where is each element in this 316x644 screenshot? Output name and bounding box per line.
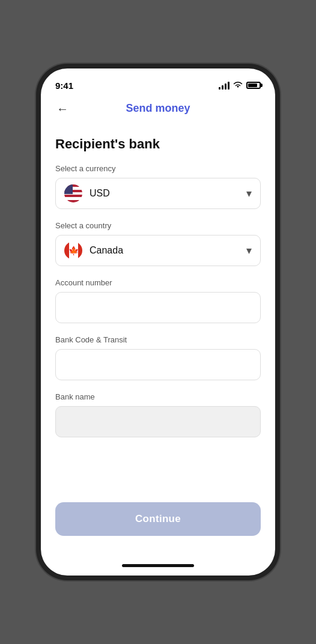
bank-code-label: Bank Code & Transit bbox=[55, 335, 261, 344]
currency-field-group: Select a currency USD ▾ bbox=[55, 164, 261, 209]
bank-code-input[interactable] bbox=[55, 349, 261, 380]
country-selector[interactable]: 🍁 Canada ▾ bbox=[55, 235, 261, 266]
bank-name-label: Bank name bbox=[55, 392, 261, 401]
status-time: 9:41 bbox=[55, 80, 73, 91]
signal-bars-icon bbox=[219, 81, 229, 90]
currency-value: USD bbox=[90, 188, 246, 199]
section-title: Recipient's bank bbox=[55, 136, 261, 152]
country-chevron-icon: ▾ bbox=[246, 244, 252, 257]
account-number-input[interactable] bbox=[55, 292, 261, 323]
status-bar: 9:41 bbox=[41, 68, 275, 97]
country-label: Select a country bbox=[55, 221, 261, 230]
bank-name-input bbox=[55, 406, 261, 437]
currency-label: Select a currency bbox=[55, 164, 261, 173]
back-arrow-icon: ← bbox=[56, 103, 68, 115]
page-title: Send money bbox=[126, 102, 190, 115]
wifi-icon bbox=[233, 80, 243, 90]
nav-header: ← Send money bbox=[41, 97, 275, 124]
us-flag-icon bbox=[64, 184, 82, 202]
country-value: Canada bbox=[90, 245, 246, 256]
footer: Continue bbox=[41, 493, 275, 555]
account-number-field-group: Account number bbox=[55, 278, 261, 323]
phone-frame: 9:41 ← Send money Recipient's bank bbox=[41, 68, 275, 576]
currency-chevron-icon: ▾ bbox=[246, 187, 252, 200]
bank-name-field-group: Bank name bbox=[55, 392, 261, 437]
back-button[interactable]: ← bbox=[53, 99, 72, 118]
bank-code-field-group: Bank Code & Transit bbox=[55, 335, 261, 380]
content-area: Recipient's bank Select a currency USD ▾… bbox=[41, 124, 275, 477]
home-indicator bbox=[41, 555, 275, 576]
account-number-label: Account number bbox=[55, 278, 261, 287]
status-icons bbox=[219, 80, 261, 90]
continue-button[interactable]: Continue bbox=[55, 502, 261, 536]
canada-flag-icon: 🍁 bbox=[64, 242, 82, 260]
currency-selector[interactable]: USD ▾ bbox=[55, 178, 261, 209]
country-field-group: Select a country 🍁 Canada ▾ bbox=[55, 221, 261, 266]
home-bar bbox=[122, 564, 194, 567]
battery-icon bbox=[246, 82, 261, 89]
